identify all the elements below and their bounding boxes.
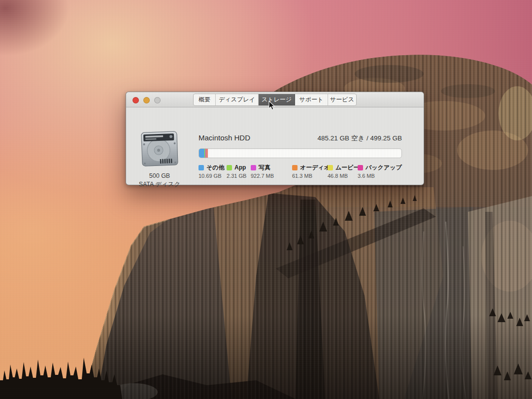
legend-swatch — [292, 165, 298, 170]
legend-item-backup: バックアップ 3.6 MB — [358, 164, 402, 179]
legend-swatch — [227, 165, 232, 170]
legend-swatch — [251, 165, 256, 170]
hard-disk-icon — [139, 130, 180, 169]
disk-size-label: 500 GB — [133, 172, 186, 180]
tab-overview[interactable]: 概要 — [194, 94, 216, 105]
legend-item-movies: ムービー 46.8 MB — [328, 164, 360, 179]
tab-bar: 概要 ディスプレイ ストレージ サポート サービス — [193, 94, 357, 106]
legend-swatch — [199, 165, 204, 170]
legend-item-audio: オーディオ 61.3 MB — [292, 164, 330, 179]
tab-service[interactable]: サービス — [328, 94, 356, 105]
desktop-wallpaper — [0, 0, 532, 399]
disk-type-label: SATA ディスク — [133, 180, 186, 189]
about-this-mac-window: 概要 ディスプレイ ストレージ サポート サービス — [126, 92, 424, 185]
legend-swatch — [358, 165, 363, 170]
tab-support[interactable]: サポート — [295, 94, 328, 105]
tab-storage[interactable]: ストレージ — [259, 94, 295, 105]
bar-segment-other — [199, 149, 204, 158]
window-titlebar[interactable]: 概要 ディスプレイ ストレージ サポート サービス — [126, 92, 424, 107]
legend-item-photos: 写真 922.7 MB — [251, 164, 274, 179]
legend-item-apps: App 2.31 GB — [227, 164, 246, 179]
storage-legend: その他 10.69 GB App 2.31 GB 写真 922.7 MB オーデ… — [199, 164, 410, 183]
capacity-summary: 485.21 GB 空き / 499.25 GB — [318, 134, 402, 143]
minimize-button[interactable] — [143, 97, 150, 103]
tab-displays[interactable]: ディスプレイ — [216, 94, 259, 105]
legend-item-other: その他 10.69 GB — [199, 164, 225, 179]
bar-segment-backup — [207, 149, 208, 158]
desktop: 概要 ディスプレイ ストレージ サポート サービス — [0, 0, 532, 399]
disk-label: 500 GB SATA ディスク — [133, 172, 186, 189]
close-button[interactable] — [133, 97, 139, 103]
volume-name: Macintosh HDD — [199, 133, 250, 142]
zoom-button[interactable] — [154, 97, 161, 103]
legend-swatch — [328, 165, 333, 170]
storage-usage-bar — [199, 148, 402, 158]
storage-pane: 500 GB SATA ディスク Macintosh HDD 485.21 GB… — [126, 107, 424, 185]
